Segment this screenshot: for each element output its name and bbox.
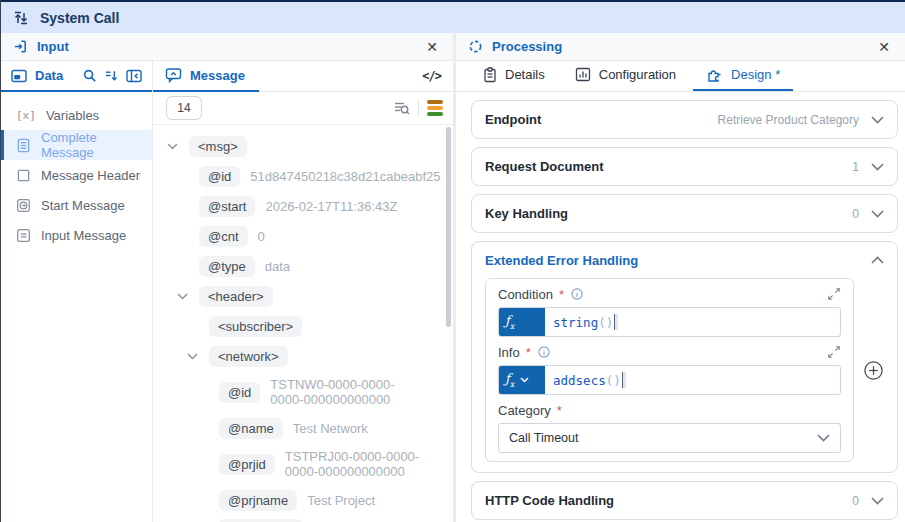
- info-input[interactable]: ƒx addsecs(): [498, 365, 841, 395]
- chevron-down-icon: [520, 377, 529, 383]
- http-code-handling-section-header[interactable]: HTTP Code Handling 0: [472, 482, 897, 519]
- tab-details[interactable]: Details: [470, 60, 558, 91]
- chevron-down-icon[interactable]: [871, 210, 884, 218]
- function-dropdown-button[interactable]: ƒx: [499, 366, 545, 394]
- section-count: 1: [852, 160, 859, 174]
- tag-pill[interactable]: <network>: [209, 346, 288, 367]
- condition-code: string(): [545, 308, 626, 336]
- chevron-down-icon[interactable]: [177, 293, 199, 300]
- sidebar-item-variables[interactable]: [x] Variables: [1, 100, 152, 130]
- square-outline-icon: [16, 168, 31, 183]
- sort-icon[interactable]: [104, 68, 119, 83]
- add-rule-button[interactable]: [863, 360, 884, 381]
- filter-search-icon[interactable]: [393, 100, 410, 116]
- status-legend-icon[interactable]: [427, 100, 443, 116]
- puzzle-icon: [706, 67, 723, 83]
- section-title: Endpoint: [485, 112, 541, 127]
- chevron-down-icon[interactable]: [871, 497, 884, 505]
- expand-editor-icon[interactable]: [827, 287, 841, 301]
- attribute-value: Test Network: [293, 421, 368, 436]
- section-title: Extended Error Handling: [485, 253, 638, 268]
- tree-row[interactable]: @prjnameTest Project: [153, 485, 453, 515]
- info-label-row: Info *: [498, 343, 841, 361]
- chart-box-icon: [575, 67, 591, 82]
- info-icon[interactable]: [537, 345, 551, 359]
- tag-pill[interactable]: <subscriber>: [209, 316, 302, 337]
- chevron-down-icon[interactable]: [187, 353, 209, 360]
- chevron-down-icon[interactable]: [871, 116, 884, 124]
- tab-design-label: Design *: [731, 67, 780, 82]
- collapse-panel-icon[interactable]: [126, 69, 142, 83]
- endpoint-selected-value: Retrieve Product Category: [718, 113, 859, 127]
- window-title: System Call: [40, 10, 119, 26]
- tab-message[interactable]: Message: [153, 61, 259, 92]
- tree-row[interactable]: <subscriber>: [153, 311, 453, 341]
- tab-data[interactable]: Data: [11, 68, 63, 83]
- tab-design[interactable]: Design *: [693, 60, 793, 91]
- tag-pill[interactable]: <header>: [199, 286, 273, 307]
- tree-row[interactable]: @id51d847450218c38d21cabeabf25: [153, 161, 453, 191]
- sidebar-item-label: Input Message: [41, 228, 126, 243]
- tree-row[interactable]: <header>: [153, 281, 453, 311]
- tree-row[interactable]: @start2026-02-17T11:36:43Z: [153, 191, 453, 221]
- category-label-row: Category *: [498, 401, 841, 419]
- request-document-section-header[interactable]: Request Document 1: [472, 148, 897, 185]
- chevron-down-icon[interactable]: [871, 163, 884, 171]
- chevron-up-icon[interactable]: [871, 256, 884, 264]
- attribute-pill[interactable]: @type: [199, 256, 255, 277]
- condition-input[interactable]: ƒx string(): [498, 307, 841, 337]
- function-button[interactable]: ƒx: [499, 308, 545, 336]
- sidebar-item-start-message[interactable]: Start Message: [1, 190, 152, 220]
- attribute-pill[interactable]: @name: [219, 418, 283, 439]
- tree-row[interactable]: @cnt0: [153, 221, 453, 251]
- close-icon[interactable]: ✕: [875, 38, 893, 56]
- transfer-updown-icon: [13, 10, 29, 26]
- text-caret: [614, 314, 618, 330]
- tree-row[interactable]: @prjidTSTPRJ00-0000-0000-0000-0000000000…: [153, 443, 453, 485]
- tab-data-label: Data: [35, 68, 63, 83]
- toolbar-separator: [418, 100, 419, 116]
- chevron-down-icon: [817, 434, 830, 442]
- attribute-value: data: [265, 259, 290, 274]
- attribute-value: TSTNW0-0000-0000-0000-000000000000: [270, 377, 394, 407]
- tree-row[interactable]: @typedata: [153, 251, 453, 281]
- search-icon[interactable]: [82, 68, 97, 83]
- chevron-down-icon[interactable]: [167, 143, 189, 150]
- tree-row[interactable]: <network>: [153, 341, 453, 371]
- tree-row[interactable]: @idTSTNW0-0000-0000-0000-000000000000: [153, 371, 453, 413]
- close-icon[interactable]: ✕: [423, 38, 441, 56]
- info-icon[interactable]: [570, 287, 584, 301]
- design-tab-content: Endpoint Retrieve Product Category Reque…: [456, 92, 905, 522]
- section-count: 0: [852, 207, 859, 221]
- attribute-pill[interactable]: @id: [219, 382, 260, 403]
- sidebar-item-message-header[interactable]: Message Header: [1, 160, 152, 190]
- tree-row[interactable]: @nameTest Network: [153, 413, 453, 443]
- attribute-pill[interactable]: @prjid: [219, 454, 275, 475]
- attribute-pill[interactable]: @id: [199, 166, 240, 187]
- category-select[interactable]: Call Timeout: [498, 423, 841, 453]
- condition-label-row: Condition *: [498, 285, 841, 303]
- tree-row[interactable]: [153, 515, 453, 522]
- extended-error-handling-section: Extended Error Handling Condition *: [471, 241, 898, 473]
- attribute-pill[interactable]: @start: [199, 196, 255, 217]
- sidebar-item-input-message[interactable]: Input Message: [1, 220, 152, 250]
- input-panel-header: Input ✕: [1, 33, 453, 61]
- extended-error-handling-header[interactable]: Extended Error Handling: [472, 242, 897, 278]
- code-view-icon[interactable]: </>: [422, 69, 441, 83]
- tree-row[interactable]: <msg>: [153, 131, 453, 161]
- required-marker: *: [526, 345, 531, 360]
- sidebar-item-complete-message[interactable]: Complete Message: [1, 130, 152, 160]
- expand-editor-icon[interactable]: [827, 345, 841, 359]
- endpoint-section-header[interactable]: Endpoint Retrieve Product Category: [472, 101, 897, 138]
- data-tab-bar: Data: [1, 61, 152, 92]
- attribute-pill[interactable]: @prjname: [219, 490, 297, 511]
- tag-pill[interactable]: <msg>: [189, 136, 247, 157]
- scrollbar[interactable]: [446, 127, 451, 327]
- key-handling-section-header[interactable]: Key Handling 0: [472, 195, 897, 232]
- tab-configuration[interactable]: Configuration: [562, 60, 689, 91]
- attribute-pill[interactable]: @cnt: [199, 226, 248, 247]
- node-count-badge[interactable]: 14: [166, 96, 202, 120]
- request-document-section: Request Document 1: [471, 147, 898, 186]
- text-caret: [622, 372, 626, 388]
- attribute-value: Test Project: [307, 493, 375, 508]
